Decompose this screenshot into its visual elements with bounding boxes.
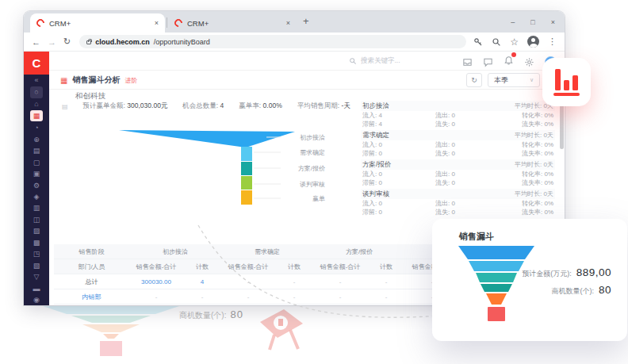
funnel-chart [117,125,308,220]
window-minimize-button[interactable]: – [511,18,515,26]
reload-button[interactable]: ↻ [63,36,71,47]
faded-funnel-graphic [32,300,190,357]
table-cell: - [275,289,313,305]
sidebar-home-icon[interactable]: ⌂ [30,99,43,109]
table-cell: - [183,289,221,305]
funnel-stage-1 [119,130,295,148]
browser-menu-icon[interactable]: ⋮ [548,36,557,47]
stage-metric-block: 需求确定平均时长: 0天 流入: 0流出: 0转化率: 0% 滞留: 0流失: … [361,130,555,158]
company-name: 和创科技 [75,91,105,102]
bookmark-star-icon[interactable]: ☆ [510,36,519,48]
table-subheader: 销售金额-合计 [221,259,275,274]
crm-favicon [35,17,46,29]
refresh-button[interactable]: ↻ [466,73,482,87]
page-badge: 进阶 [124,76,137,85]
sidebar-item[interactable]: ◉ [30,294,43,305]
sidebar-item[interactable]: ▥ [30,203,43,213]
period-select[interactable]: 本季 ∨ [488,73,540,87]
notification-bell-icon[interactable] [504,55,514,69]
sidebar-item[interactable]: ▬ [30,283,43,293]
table-group-header: 需求确定 [221,244,313,259]
table-subheader: 部门/人员 [54,259,129,274]
message-icon[interactable] [483,57,493,67]
sidebar-item[interactable]: ▨ [30,226,43,236]
table-group-header: 初步接洽 [129,244,221,259]
sidebar-item[interactable]: ▤ [30,145,43,155]
zoom-icon[interactable] [492,37,501,47]
sidebar-collapse-icon[interactable]: « [30,75,43,86]
app-sidebar: C « ○ ⌂ ▦ ◔ ⊕ ▤ ▢ ▣ ⚙ ◈ ▥ ◫ ▨ ▩ ◳ ▧ ▽ ▬ [24,52,49,305]
secure-lock-icon [86,40,91,44]
global-search-input[interactable]: 搜索关键字... [349,56,400,66]
table-corner: 销售阶段 [54,244,129,259]
tab-strip: CRM+ × CRM+ × + – □ × [24,11,565,33]
table-cell-amount-link[interactable]: 300030.00 [129,274,183,289]
funnel-label: 方案/报价 [287,164,325,173]
password-key-icon[interactable] [473,37,483,47]
chart-icon-card [542,58,591,106]
crm-favicon [173,17,184,29]
table-group-header: 方案/报价 [313,244,405,259]
profile-avatar-icon[interactable] [527,36,539,48]
notification-badge [511,52,516,57]
table-cell: - [313,289,367,305]
table-subheader: 计数 [275,259,313,274]
window-maximize-button[interactable]: □ [530,18,534,26]
tab-close-icon[interactable]: × [155,19,159,27]
sidebar-item[interactable]: ▣ [30,168,43,178]
table-row-name-link[interactable]: 内销部 [54,289,129,305]
gear-icon[interactable] [524,57,534,67]
app-header: 搜索关键字... [49,52,565,71]
stage-metric-block: 谈判审核平均时长: 0天 流入: 0流出: 0转化率: 0% 滞留: 0流失: … [361,189,555,216]
table-row-name: 总计 [54,274,129,289]
stage-metric-block: 方案/报价平均时长: 0天 流入: 0流出: 0转化率: 0% 滞留: 0流失:… [361,159,555,187]
page-title: 销售漏斗分析 [72,75,120,86]
back-button[interactable]: ← [32,37,40,47]
bar-chart-icon [555,68,578,90]
funnel-stage-5 [241,190,252,205]
new-tab-button[interactable]: + [303,15,309,27]
url-field[interactable]: cloud.hecom.cn/opportunityBoard [79,35,466,48]
browser-tab-active[interactable]: CRM+ × [30,13,165,33]
sidebar-item[interactable]: ◔ [30,122,43,132]
sidebar-item[interactable]: ▽ [30,272,43,282]
sidebar-item[interactable]: ⊕ [30,134,43,144]
browser-tab-inactive[interactable]: CRM+ × [168,13,297,33]
stage-metric-block: 初步接洽平均时长: 0天 流入: 4流出: 0转化率: 0% 滞留: 4流失: … [361,101,555,128]
sidebar-item[interactable]: ◈ [30,191,43,201]
table-cell: - [221,289,275,305]
card-title: 销售漏斗 [459,231,494,243]
screenshot-stage: 预计金额(万元):889,00 商机数量(个):80 CRM+ × [0,0,628,364]
faded-brand-logo [251,306,314,355]
search-icon [349,57,357,65]
funnel-label: 赢单 [287,194,325,203]
sidebar-item[interactable]: ▩ [30,237,43,247]
funnel-stage-3 [241,162,252,175]
sidebar-search-icon[interactable]: ○ [30,86,43,98]
table-cell: - [221,274,275,289]
tab-divider [167,17,167,28]
list-icon: ▤ [62,103,68,110]
funnel-stage-2 [241,147,252,161]
table-subheader: 销售金额-合计 [129,259,183,274]
table-cell-count-link[interactable]: 4 [183,274,221,289]
sidebar-item[interactable]: ◳ [30,249,43,259]
sidebar-item[interactable]: ⚙ [30,180,43,190]
sales-funnel-card: 销售漏斗 预计金额(万元):889,00 商机数量(个):80 [432,219,627,341]
sidebar-funnel-analysis-icon[interactable]: ▦ [30,110,43,121]
table-cell: - [367,289,405,305]
inbox-icon[interactable] [462,57,473,67]
table-cell: - [313,274,367,289]
sidebar-item[interactable]: ▧ [30,260,43,270]
tab-close-icon[interactable]: × [286,19,290,27]
sidebar-item[interactable]: ◫ [30,214,43,224]
funnel-label: 需求确定 [287,148,325,157]
forward-button[interactable]: → [48,37,56,47]
table-subheader: 销售金额-合计 [313,259,367,274]
address-bar: ← → ↻ cloud.hecom.cn/opportunityBoard ☆ … [24,33,565,52]
page-title-bar: ▦ 销售漏斗分析 进阶 ↻ 本季 ∨ [49,71,565,90]
table-cell: - [129,289,183,305]
window-close-button[interactable]: × [551,18,555,26]
funnel-label: 初步接洽 [287,133,325,142]
sidebar-item[interactable]: ▢ [30,157,43,167]
